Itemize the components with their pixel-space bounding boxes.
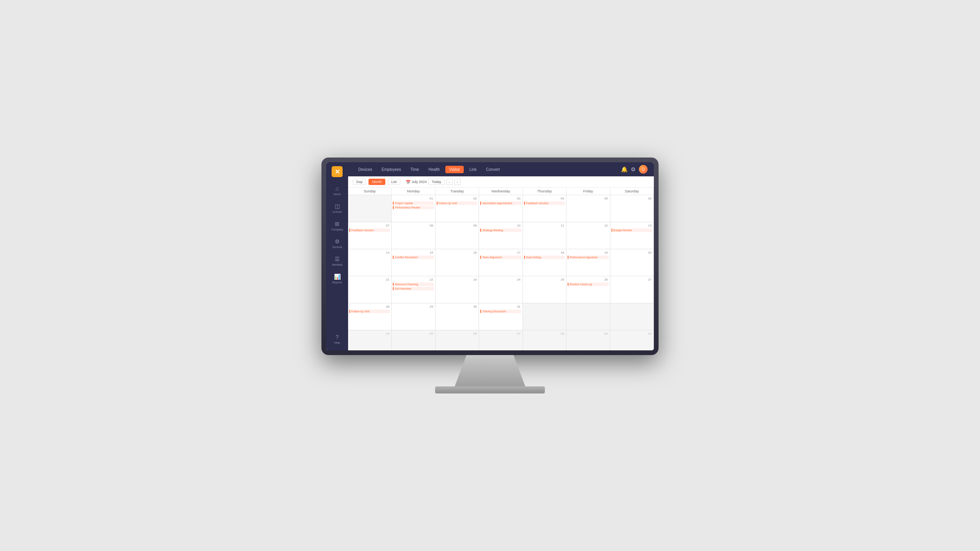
calendar-cell-w4d0[interactable]: 28Follow-Up Visit	[348, 303, 392, 330]
view-list-button[interactable]: List	[388, 179, 400, 185]
day-number: 18	[524, 250, 565, 255]
event-item[interactable]: Conflict Resolution	[393, 256, 434, 259]
app-logo[interactable]: ✕	[332, 166, 343, 177]
sidebar-label-manifest: Manifest	[332, 263, 342, 266]
nav-employees[interactable]: Employees	[378, 166, 405, 173]
sidebar-item-help[interactable]: ? Help	[328, 331, 347, 346]
event-item[interactable]: Vaccination Appointment	[480, 201, 521, 205]
calendar-cell-w4d2[interactable]: 30	[436, 303, 479, 330]
calendar-cell-w5d4[interactable]: 08	[523, 330, 566, 350]
header-friday: Friday	[566, 188, 610, 195]
calendar-cell-w1d2[interactable]: 09	[436, 222, 479, 249]
calendar-cell-w5d3[interactable]: 07	[479, 330, 523, 350]
calendar-cell-w0d4[interactable]: 04Feedback Session	[523, 195, 566, 222]
event-item[interactable]: Follow-Up Visit	[437, 201, 477, 205]
calendar-cell-w3d5[interactable]: 26Routine Check-Up	[566, 276, 610, 303]
calendar-cell-w5d1[interactable]: 05	[392, 330, 435, 350]
nav-devices[interactable]: Devices	[354, 166, 376, 173]
event-item[interactable]: Follow-Up Visit	[349, 310, 390, 313]
calendar-cell-w5d2[interactable]: 06	[436, 330, 479, 350]
settings-icon[interactable]: ⚙	[631, 166, 636, 172]
user-avatar[interactable]: U	[639, 165, 648, 174]
event-item[interactable]: Project Update	[393, 201, 434, 205]
notification-icon[interactable]: 🔔	[621, 166, 628, 172]
calendar-cell-w3d2[interactable]: 23	[436, 276, 479, 303]
calendar-cell-w1d6[interactable]: 13Budget Review	[610, 222, 654, 249]
calendar-cell-w0d1[interactable]: 01Project UpdatePerformance Review	[392, 195, 435, 222]
event-item[interactable]: Team Alignment	[480, 256, 521, 259]
calendar-cell-w0d0[interactable]	[348, 195, 392, 222]
calendar-cell-w5d0[interactable]: 04	[348, 330, 392, 350]
event-item[interactable]: Performance Review	[393, 206, 434, 209]
calendar-cell-w5d5[interactable]: 09	[566, 330, 610, 350]
event-item[interactable]: Exit Interview	[393, 287, 434, 290]
calendar-cell-w4d4[interactable]	[523, 303, 566, 330]
calendar-week-3: 2122Resource PlanningExit Interview23242…	[348, 276, 654, 303]
day-number: 07	[480, 332, 521, 336]
day-number: 04	[524, 196, 565, 201]
sidebar-item-manifest[interactable]: ☰ Manifest	[328, 253, 347, 268]
sidebar-item-license[interactable]: ◫ License	[328, 200, 347, 216]
nav-health[interactable]: Health	[425, 166, 444, 173]
event-item[interactable]: Performance Appraisal	[568, 256, 608, 259]
calendar-cell-w1d1[interactable]: 08	[392, 222, 435, 249]
day-number: 10	[480, 223, 521, 228]
calendar-cell-w3d0[interactable]: 21	[348, 276, 392, 303]
event-item[interactable]: Goal Setting	[524, 256, 565, 259]
day-number: 06	[437, 332, 477, 336]
calendar-cell-w1d3[interactable]: 10Strategy Meeting	[479, 222, 523, 249]
event-item[interactable]: Routine Check-Up	[568, 283, 608, 286]
calendar-cell-w2d1[interactable]: 15Conflict Resolution	[392, 249, 435, 276]
sidebar-item-company[interactable]: ⊞ Company	[328, 218, 347, 233]
calendar-cell-w2d5[interactable]: 19Performance Appraisal	[566, 249, 610, 276]
event-item[interactable]: Feedback Session	[349, 228, 390, 232]
view-month-button[interactable]: Month	[368, 179, 385, 185]
sidebar-item-home[interactable]: ⌂ Home	[328, 183, 347, 198]
calendar-cell-w3d6[interactable]: 27	[610, 276, 654, 303]
calendar-cell-w3d1[interactable]: 22Resource PlanningExit Interview	[392, 276, 435, 303]
calendar-cell-w3d4[interactable]: 25	[523, 276, 566, 303]
nav-time[interactable]: Time	[407, 166, 423, 173]
nav-visitor[interactable]: Visitor	[445, 166, 464, 173]
calendar-cell-w2d0[interactable]: 14	[348, 249, 392, 276]
top-nav: Devices Employees Time Health Visitor Li…	[348, 162, 654, 176]
calendar-cell-w2d4[interactable]: 18Goal Setting	[523, 249, 566, 276]
calendar-cell-w1d5[interactable]: 12	[566, 222, 610, 249]
calendar-cell-w4d5[interactable]	[566, 303, 610, 330]
event-item[interactable]: Resource Planning	[393, 283, 434, 286]
day-number: 26	[568, 277, 608, 282]
event-item[interactable]: Strategy Meeting	[480, 228, 521, 232]
calendar-cell-w0d6[interactable]: 06	[610, 195, 654, 222]
calendar-cell-w4d6[interactable]	[610, 303, 654, 330]
nav-link[interactable]: Link	[465, 166, 480, 173]
calendar-cell-w2d3[interactable]: 17Team Alignment	[479, 249, 523, 276]
next-month-button[interactable]: ›	[454, 179, 461, 185]
prev-month-button[interactable]: ‹	[446, 179, 453, 185]
calendar-cell-w3d3[interactable]: 24	[479, 276, 523, 303]
today-button[interactable]: Today	[428, 179, 445, 185]
calendar-cell-w1d0[interactable]: 07Feedback Session	[348, 222, 392, 249]
view-day-button[interactable]: Day	[353, 179, 366, 185]
calendar-cell-w1d4[interactable]: 11	[523, 222, 566, 249]
event-item[interactable]: Training Discussion	[480, 310, 521, 313]
monitor-base	[435, 386, 545, 393]
calendar-cell-w2d6[interactable]: 20	[610, 249, 654, 276]
event-item[interactable]: Feedback Session	[524, 201, 565, 205]
sidebar-item-reports[interactable]: 📊 Reports	[328, 271, 347, 286]
calendar-cell-w0d5[interactable]: 05	[566, 195, 610, 222]
nav-convert[interactable]: Convert	[482, 166, 504, 173]
event-item[interactable]: Budget Review	[612, 228, 652, 232]
sidebar-item-general[interactable]: ⚙ General	[328, 236, 347, 251]
date-label: 📅 July 2024	[406, 180, 427, 184]
day-number: 23	[437, 277, 477, 282]
calendar-cell-w4d3[interactable]: 31Training Discussion	[479, 303, 523, 330]
day-number: 01	[393, 196, 434, 201]
day-number: 10	[612, 332, 652, 336]
calendar-cell-w5d6[interactable]: 10	[610, 330, 654, 350]
calendar-cell-w2d2[interactable]: 16	[436, 249, 479, 276]
sidebar-label-company: Company	[331, 228, 343, 231]
sidebar-label-help: Help	[334, 341, 340, 344]
calendar-cell-w4d1[interactable]: 29	[392, 303, 435, 330]
calendar-cell-w0d2[interactable]: 02Follow-Up Visit	[436, 195, 479, 222]
calendar-cell-w0d3[interactable]: 03Vaccination Appointment	[479, 195, 523, 222]
